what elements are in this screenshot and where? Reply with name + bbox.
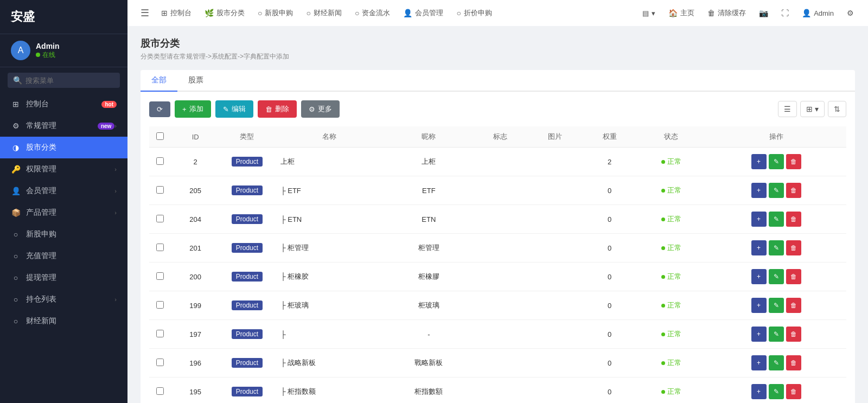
type-badge: Product — [232, 329, 263, 339]
row-add-button[interactable]: + — [751, 240, 767, 255]
topnav-item-new-shares[interactable]: ○ 新股申购 — [252, 6, 298, 20]
circle-icon: ○ — [11, 230, 21, 239]
row-delete-button[interactable]: 🗑 — [786, 269, 801, 284]
type-badge: Product — [232, 214, 263, 224]
row-delete-button[interactable]: 🗑 — [786, 240, 801, 255]
sidebar-item-stock-category[interactable]: ◑ 股市分类 — [0, 137, 127, 158]
cell-action: + ✎ 🗑 — [706, 349, 846, 378]
row-edit-button[interactable]: ✎ — [769, 355, 784, 370]
row-edit-button[interactable]: ✎ — [769, 269, 784, 284]
refresh-button[interactable]: ⟳ — [149, 101, 170, 117]
cell-id: 201 — [171, 234, 220, 263]
cell-type: Product — [220, 291, 274, 320]
topnav-item-discount-purchase[interactable]: ○ 折价申购 — [451, 6, 497, 20]
cell-weight: 0 — [582, 349, 637, 378]
cell-image — [528, 234, 583, 263]
cell-id: 204 — [171, 205, 220, 234]
grid-view-button[interactable]: ⊞ ▾ — [800, 101, 825, 117]
type-badge: Product — [232, 300, 263, 310]
row-delete-button[interactable]: 🗑 — [786, 183, 801, 198]
delete-button[interactable]: 🗑 删除 — [258, 100, 297, 118]
topnav-item-dashboard[interactable]: ⊞ 控制台 — [156, 6, 197, 20]
more-button[interactable]: ⚙ 更多 — [301, 100, 340, 118]
row-edit-button[interactable]: ✎ — [769, 183, 784, 198]
cell-type: Product — [220, 378, 274, 404]
topnav-item-fullscreen[interactable]: ⛶ — [776, 7, 794, 20]
cell-mark — [473, 205, 528, 234]
menu-toggle-icon[interactable]: ☰ — [136, 5, 154, 21]
filter-button[interactable]: ⇅ — [828, 101, 846, 117]
row-add-button[interactable]: + — [751, 298, 767, 313]
row-add-button[interactable]: + — [751, 327, 767, 342]
topnav-item-more[interactable]: ▤ ▾ — [637, 7, 661, 20]
action-buttons: + ✎ 🗑 — [710, 212, 842, 227]
sidebar-item-products[interactable]: 📦 产品管理 › — [0, 202, 127, 223]
row-checkbox[interactable] — [156, 301, 164, 309]
row-add-button[interactable]: + — [751, 212, 767, 227]
row-delete-button[interactable]: 🗑 — [786, 327, 801, 342]
row-add-button[interactable]: + — [751, 154, 767, 169]
row-add-button[interactable]: + — [751, 355, 767, 370]
sidebar-item-new-shares[interactable]: ○ 新股申购 — [0, 223, 127, 245]
row-add-button[interactable]: + — [751, 183, 767, 198]
cell-weight: 0 — [582, 263, 637, 291]
dashboard-icon: ⊞ — [11, 100, 21, 108]
tab-all[interactable]: 全部 — [141, 70, 177, 92]
row-checkbox[interactable] — [156, 359, 164, 366]
row-add-button[interactable]: + — [751, 384, 767, 399]
topnav-item-screenshot[interactable]: 📷 — [754, 7, 774, 20]
row-checkbox[interactable] — [156, 186, 164, 194]
topnav-right: ▤ ▾ 🏠 主页 🗑 清除缓存 📷 ⛶ 👤 Admin ⚙ — [637, 6, 859, 20]
sidebar-item-members[interactable]: 👤 会员管理 › — [0, 180, 127, 202]
topnav-item-home[interactable]: 🏠 主页 — [663, 6, 700, 20]
row-checkbox[interactable] — [156, 244, 164, 251]
row-delete-button[interactable]: 🗑 — [786, 298, 801, 313]
action-buttons: + ✎ 🗑 — [710, 183, 842, 198]
row-edit-button[interactable]: ✎ — [769, 240, 784, 255]
row-edit-button[interactable]: ✎ — [769, 154, 784, 169]
select-all-checkbox[interactable] — [156, 132, 164, 140]
sidebar-item-recharge[interactable]: ○ 充值管理 — [0, 245, 127, 267]
row-checkbox[interactable] — [156, 330, 164, 337]
sidebar-item-withdraw[interactable]: ○ 提现管理 — [0, 267, 127, 289]
search-input[interactable] — [25, 76, 114, 85]
row-checkbox[interactable] — [156, 272, 164, 280]
row-edit-button[interactable]: ✎ — [769, 298, 784, 313]
cell-mark — [473, 378, 528, 404]
row-delete-button[interactable]: 🗑 — [786, 212, 801, 227]
row-delete-button[interactable]: 🗑 — [786, 384, 801, 399]
sidebar-item-finance-news[interactable]: ○ 财经新闻 — [0, 310, 127, 332]
sidebar-search[interactable]: 🔍 — [8, 73, 120, 88]
row-edit-button[interactable]: ✎ — [769, 384, 784, 399]
topnav-item-member-mgmt[interactable]: 👤 会员管理 — [398, 6, 449, 20]
add-button[interactable]: + 添加 — [175, 100, 211, 118]
row-add-button[interactable]: + — [751, 269, 767, 284]
topnav-item-stock-category[interactable]: 🌿 股市分类 — [199, 6, 250, 20]
sidebar-item-label: 产品管理 — [26, 208, 114, 218]
tab-stocks[interactable]: 股票 — [177, 70, 214, 92]
topnav-item-settings[interactable]: ⚙ — [841, 7, 859, 20]
app-logo: 安盛 — [0, 0, 127, 34]
topnav-item-clear-cache[interactable]: 🗑 清除缓存 — [702, 6, 751, 20]
row-edit-button[interactable]: ✎ — [769, 327, 784, 342]
topnav-item-user[interactable]: 👤 Admin — [796, 7, 839, 20]
row-checkbox[interactable] — [156, 215, 164, 222]
row-checkbox[interactable] — [156, 157, 164, 165]
action-buttons: + ✎ 🗑 — [710, 154, 842, 169]
list-view-button[interactable]: ☰ — [778, 101, 797, 117]
row-checkbox[interactable] — [156, 387, 164, 395]
topnav-item-capital-flow[interactable]: ○ 资金流水 — [349, 6, 395, 20]
sidebar-item-dashboard[interactable]: ⊞ 控制台 hot — [0, 93, 127, 115]
cell-mark — [473, 176, 528, 205]
status-badge: 正常 — [641, 214, 701, 224]
sidebar-item-positions[interactable]: ○ 持仓列表 › — [0, 289, 127, 310]
edit-button[interactable]: ✎ 编辑 — [215, 100, 253, 118]
row-delete-button[interactable]: 🗑 — [786, 355, 801, 370]
row-edit-button[interactable]: ✎ — [769, 212, 784, 227]
topnav-item-finance-news[interactable]: ○ 财经新闻 — [301, 6, 347, 20]
sidebar-item-permissions[interactable]: 🔑 权限管理 › — [0, 158, 127, 180]
cell-mark — [473, 349, 528, 378]
col-image: 图片 — [528, 126, 583, 148]
sidebar-item-general[interactable]: ⚙ 常规管理 new › — [0, 115, 127, 137]
row-delete-button[interactable]: 🗑 — [786, 154, 801, 169]
